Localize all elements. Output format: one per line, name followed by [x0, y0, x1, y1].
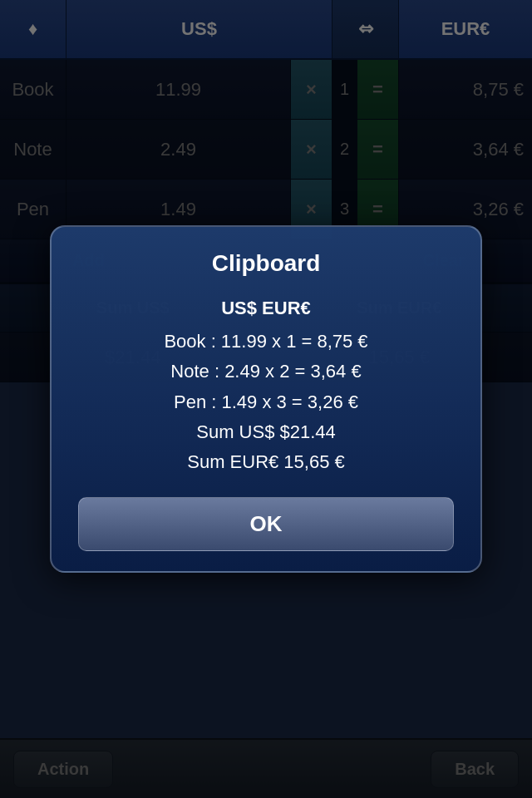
modal-content: US$ EUR€ Book : 11.99 x 1 = 8,75 € Note … [78, 293, 454, 478]
modal-currency-header: US$ EUR€ [78, 293, 454, 323]
modal-title: Clipboard [78, 250, 454, 277]
modal-line3: Pen : 1.49 x 3 = 3,26 € [78, 387, 454, 417]
modal-line1: Book : 11.99 x 1 = 8,75 € [78, 327, 454, 357]
modal-ok-button[interactable]: OK [78, 497, 454, 551]
modal-overlay: Clipboard US$ EUR€ Book : 11.99 x 1 = 8,… [0, 0, 532, 798]
modal-line2: Note : 2.49 x 2 = 3,64 € [78, 357, 454, 387]
modal-sum-eur: Sum EUR€ 15,65 € [78, 447, 454, 477]
modal-sum-usd: Sum US$ $21.44 [78, 417, 454, 447]
clipboard-modal: Clipboard US$ EUR€ Book : 11.99 x 1 = 8,… [50, 225, 482, 574]
